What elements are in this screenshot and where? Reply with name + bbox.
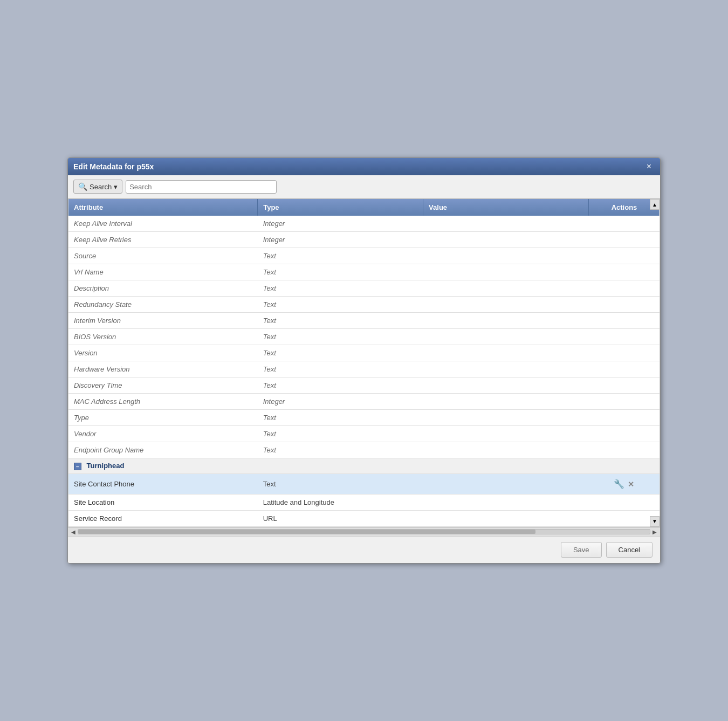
scroll-left-icon[interactable]: ◀: [69, 529, 78, 535]
table-row[interactable]: DescriptionText: [68, 280, 660, 297]
table-row[interactable]: TypeText: [68, 410, 660, 426]
cell-value: [423, 394, 589, 410]
toolbar: 🔍 Search ▾ ×: [68, 175, 660, 198]
edit-action-button[interactable]: 🔧: [612, 478, 626, 490]
cell-attribute: Hardware Version: [68, 361, 258, 377]
cell-value: [423, 473, 589, 494]
cell-type: Text: [258, 361, 423, 377]
table-row[interactable]: VersionText: [68, 345, 660, 361]
cell-attribute: Keep Alive Interval: [68, 216, 258, 232]
cell-actions: [588, 410, 660, 426]
horizontal-scrollbar[interactable]: ◀ ▶: [68, 527, 660, 536]
group-collapse-icon[interactable]: −: [74, 463, 81, 470]
table-row[interactable]: Endpoint Group NameText: [68, 442, 660, 458]
scroll-right-icon[interactable]: ▶: [650, 529, 659, 535]
cell-actions: [588, 329, 660, 345]
cell-type: URL: [258, 510, 423, 526]
scroll-down-button[interactable]: ▼: [650, 516, 660, 527]
cell-actions: [588, 377, 660, 394]
cell-attribute: Vendor: [68, 426, 258, 442]
cell-type: Text: [258, 248, 423, 264]
table-row[interactable]: BIOS VersionText: [68, 329, 660, 345]
cell-actions: [588, 313, 660, 329]
cell-actions: [588, 232, 660, 248]
cell-actions: [588, 248, 660, 264]
cell-actions: [588, 394, 660, 410]
table-row[interactable]: Site Contact PhoneText🔧✕: [68, 473, 660, 494]
cell-value: [423, 297, 589, 313]
table-row[interactable]: Service RecordURL: [68, 510, 660, 526]
cell-attribute: Vrf Name: [68, 264, 258, 280]
cell-attribute: Source: [68, 248, 258, 264]
cell-type: Integer: [258, 394, 423, 410]
cell-value: [423, 377, 589, 394]
cell-value: [423, 510, 589, 526]
cell-attribute: Site Contact Phone: [68, 473, 258, 494]
scroll-up-button[interactable]: ▲: [650, 199, 660, 210]
cell-value: [423, 426, 589, 442]
group-header-cell: − Turniphead: [68, 458, 660, 474]
table-row[interactable]: MAC Address LengthInteger: [68, 394, 660, 410]
cell-type: Text: [258, 473, 423, 494]
cell-type: Integer: [258, 232, 423, 248]
cell-attribute: Interim Version: [68, 313, 258, 329]
cell-type: Text: [258, 410, 423, 426]
cell-attribute: BIOS Version: [68, 329, 258, 345]
cell-actions: [588, 361, 660, 377]
save-button[interactable]: Save: [561, 542, 602, 558]
dialog-titlebar: Edit Metadata for p55x ×: [68, 158, 660, 175]
search-dropdown-button[interactable]: 🔍 Search ▾: [73, 180, 122, 194]
cell-value: [423, 216, 589, 232]
group-header-row[interactable]: − Turniphead: [68, 458, 660, 474]
cell-value: [423, 264, 589, 280]
scroll-thumb[interactable]: [78, 530, 535, 534]
cell-attribute: Endpoint Group Name: [68, 442, 258, 458]
table-row[interactable]: Interim VersionText: [68, 313, 660, 329]
cell-type: Text: [258, 329, 423, 345]
cell-actions: [588, 442, 660, 458]
edit-metadata-dialog: Edit Metadata for p55x × 🔍 Search ▾ × At…: [67, 157, 661, 564]
cell-type: Integer: [258, 216, 423, 232]
table-row[interactable]: SourceText: [68, 248, 660, 264]
cell-actions: [588, 426, 660, 442]
cell-value: [423, 361, 589, 377]
col-header-value: Value: [423, 199, 589, 216]
cell-actions: [588, 345, 660, 361]
cell-value: [423, 280, 589, 297]
metadata-table: Attribute Type Value Actions Keep Alive …: [68, 199, 660, 527]
table-row[interactable]: VendorText: [68, 426, 660, 442]
cell-type: Text: [258, 377, 423, 394]
cell-type: Text: [258, 297, 423, 313]
table-header-row: Attribute Type Value Actions: [68, 199, 660, 216]
table-row[interactable]: Keep Alive RetriesInteger: [68, 232, 660, 248]
col-header-type: Type: [258, 199, 423, 216]
table-row[interactable]: Redundancy StateText: [68, 297, 660, 313]
cell-attribute: Version: [68, 345, 258, 361]
cell-attribute: Discovery Time: [68, 377, 258, 394]
cell-type: Text: [258, 426, 423, 442]
table-row[interactable]: Keep Alive IntervalInteger: [68, 216, 660, 232]
metadata-table-container: Attribute Type Value Actions Keep Alive …: [68, 198, 660, 527]
cell-actions: [588, 297, 660, 313]
delete-action-button[interactable]: ✕: [626, 479, 636, 490]
cell-actions: [588, 494, 660, 510]
cancel-button[interactable]: Cancel: [606, 542, 653, 558]
cell-type: Text: [258, 345, 423, 361]
cell-attribute: Service Record: [68, 510, 258, 526]
search-input[interactable]: [126, 180, 277, 194]
table-row[interactable]: Site LocationLatitude and Longitude: [68, 494, 660, 510]
close-button[interactable]: ×: [643, 161, 655, 172]
cell-value: [423, 345, 589, 361]
cell-type: Latitude and Longitude: [258, 494, 423, 510]
cell-attribute: MAC Address Length: [68, 394, 258, 410]
table-row[interactable]: Discovery TimeText: [68, 377, 660, 394]
scroll-track[interactable]: [78, 529, 650, 534]
cell-attribute: Site Location: [68, 494, 258, 510]
col-header-actions: Actions: [588, 199, 660, 216]
cell-type: Text: [258, 442, 423, 458]
cell-value: [423, 410, 589, 426]
table-row[interactable]: Vrf NameText: [68, 264, 660, 280]
cell-attribute: Description: [68, 280, 258, 297]
cell-value: [423, 329, 589, 345]
table-row[interactable]: Hardware VersionText: [68, 361, 660, 377]
